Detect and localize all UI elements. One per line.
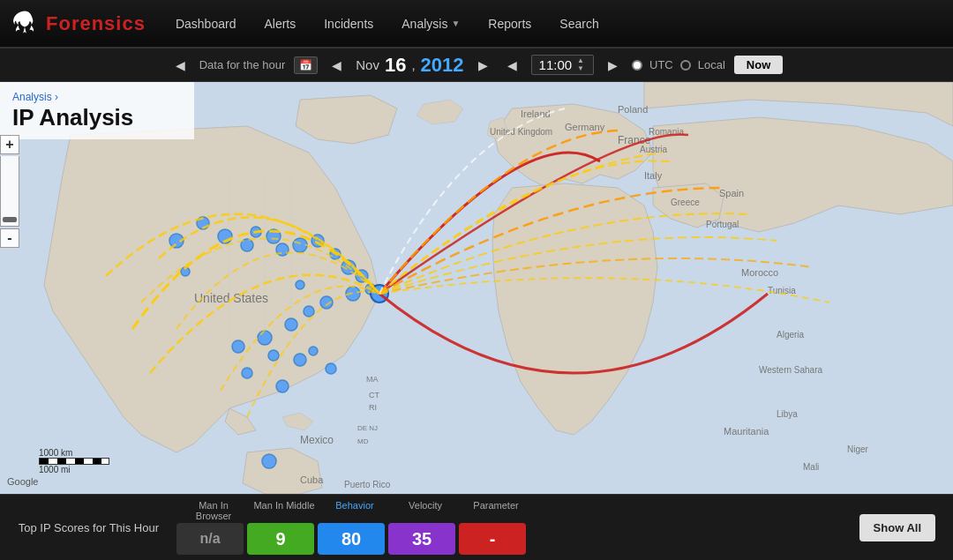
nav-dashboard[interactable]: Dashboard: [163, 11, 249, 36]
svg-point-53: [232, 340, 244, 353]
header-parameter: Parameter: [462, 500, 529, 521]
eagle-icon: [9, 8, 41, 40]
svg-text:Spain: Spain: [719, 188, 744, 198]
date-year: 2012: [421, 54, 464, 77]
utc-label: UTC: [649, 58, 673, 71]
now-button[interactable]: Now: [734, 56, 783, 74]
nav-alerts[interactable]: Alerts: [251, 11, 308, 36]
zoom-slider-track: [0, 156, 19, 227]
header-velocity: Velocity: [392, 500, 459, 521]
time-picker[interactable]: 11:00 ▲ ▼: [531, 55, 594, 75]
prev-hour-button[interactable]: ◀: [170, 56, 191, 74]
next-time-button[interactable]: ▶: [603, 56, 623, 74]
zoom-slider-handle[interactable]: [3, 217, 17, 222]
left-panel: Analysis › IP Analysis: [0, 82, 194, 139]
svg-text:Morocco: Morocco: [741, 267, 778, 278]
scores-label: Top IP Scores for This Hour: [18, 521, 176, 534]
calendar-button[interactable]: 📅: [294, 56, 318, 74]
nav-analysis[interactable]: Analysis ▼: [389, 11, 472, 36]
zoom-out-button[interactable]: -: [0, 228, 19, 248]
nav-search[interactable]: Search: [547, 11, 611, 36]
svg-text:Italy: Italy: [644, 170, 663, 181]
score-velocity[interactable]: 35: [388, 523, 455, 555]
scores-header-row: Man In Browser Man In Middle Behavior Ve…: [176, 500, 845, 521]
scale-bar: 1000 km 1000 mi: [39, 448, 109, 474]
date-month: Nov: [356, 57, 379, 72]
prev-date-button[interactable]: ◀: [326, 56, 347, 74]
local-radio[interactable]: [680, 60, 691, 71]
svg-text:Mali: Mali: [803, 462, 819, 472]
map-svg: United States Mexico Cuba Puerto Rico Mo…: [0, 82, 953, 494]
svg-point-54: [268, 350, 279, 361]
svg-point-58: [326, 363, 336, 374]
breadcrumb-analysis[interactable]: Analysis ›: [12, 91, 58, 103]
local-label: Local: [698, 58, 725, 71]
svg-point-52: [258, 331, 272, 345]
map-container[interactable]: United States Mexico Cuba Puerto Rico Mo…: [0, 82, 953, 494]
svg-text:United States: United States: [194, 291, 268, 305]
svg-point-59: [309, 347, 318, 355]
main-nav: Dashboard Alerts Incidents Analysis ▼ Re…: [163, 11, 612, 36]
score-man-in-middle[interactable]: 9: [247, 523, 314, 555]
svg-text:MD: MD: [357, 437, 369, 445]
score-behavior[interactable]: 80: [318, 523, 385, 555]
brand-text: Forensics: [46, 12, 146, 35]
time-up-button[interactable]: ▲: [575, 57, 586, 64]
time-bar: ◀ Data for the hour 📅 ◀ Nov 16 , 2012 ▶ …: [0, 49, 953, 82]
header-behavior: Behavior: [321, 500, 388, 521]
time-value: 11:00: [539, 57, 573, 72]
show-all-button[interactable]: Show All: [859, 514, 935, 541]
scale-mi: 1000 mi: [39, 465, 109, 474]
next-date-button[interactable]: ▶: [473, 56, 493, 74]
svg-point-57: [276, 380, 289, 392]
svg-point-62: [262, 454, 276, 468]
svg-text:DE NJ: DE NJ: [357, 424, 378, 432]
utc-radio[interactable]: [632, 60, 642, 71]
svg-text:Algeria: Algeria: [777, 330, 805, 340]
svg-text:MA: MA: [366, 375, 379, 384]
prev-time-button[interactable]: ◀: [502, 56, 522, 74]
header-man-in-middle: Man In Middle: [251, 500, 318, 521]
svg-text:United Kingdom: United Kingdom: [490, 127, 552, 137]
analysis-dropdown-arrow: ▼: [451, 19, 460, 28]
svg-point-55: [294, 354, 306, 366]
svg-text:Puerto Rico: Puerto Rico: [344, 480, 391, 489]
zoom-in-button[interactable]: +: [0, 135, 19, 154]
top-navigation: Forensics Dashboard Alerts Incidents Ana…: [0, 0, 953, 49]
score-man-in-browser[interactable]: n/a: [176, 523, 244, 555]
breadcrumb: Analysis ›: [12, 91, 182, 103]
svg-text:Portugal: Portugal: [706, 220, 739, 229]
svg-text:Niger: Niger: [847, 444, 869, 454]
svg-point-56: [242, 368, 252, 378]
time-down-button[interactable]: ▼: [575, 65, 586, 72]
time-spinner[interactable]: ▲ ▼: [575, 57, 586, 72]
google-watermark: Google: [7, 476, 38, 487]
date-day: 16: [385, 54, 406, 77]
svg-text:Greece: Greece: [671, 198, 700, 207]
svg-text:Poland: Poland: [618, 104, 648, 115]
date-display: Nov 16 , 2012: [356, 54, 463, 77]
svg-point-60: [296, 280, 304, 289]
scale-km: 1000 km: [39, 448, 109, 458]
timezone-selector: UTC Local: [632, 58, 725, 71]
svg-text:Mexico: Mexico: [300, 434, 334, 446]
score-parameter[interactable]: -: [459, 523, 526, 555]
svg-point-51: [285, 318, 297, 331]
data-label: Data for the hour: [199, 58, 286, 71]
svg-text:Ireland: Ireland: [521, 108, 551, 119]
nav-reports[interactable]: Reports: [476, 11, 544, 36]
scores-categories: Man In Browser Man In Middle Behavior Ve…: [176, 500, 845, 555]
scores-value-row: n/a 9 80 35 -: [176, 523, 845, 555]
brand-logo[interactable]: Forensics: [9, 8, 146, 40]
zoom-controls: + -: [0, 135, 19, 248]
svg-point-50: [304, 306, 314, 317]
svg-text:Western Sahara: Western Sahara: [759, 365, 823, 375]
nav-incidents[interactable]: Incidents: [311, 11, 386, 36]
header-man-in-browser: Man In Browser: [180, 500, 247, 521]
svg-text:Libya: Libya: [777, 409, 798, 419]
page-title: IP Analysis: [12, 105, 182, 131]
svg-text:RI: RI: [369, 403, 377, 412]
svg-text:CT: CT: [369, 391, 379, 399]
scores-bar: Top IP Scores for This Hour Man In Brows…: [0, 494, 953, 560]
svg-text:Cuba: Cuba: [300, 474, 324, 485]
